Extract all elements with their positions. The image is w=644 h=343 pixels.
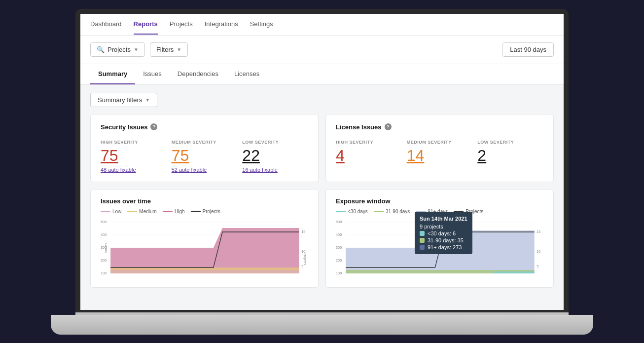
main-content: Summary filters ▼ Security Issues ? — [80, 85, 564, 310]
license-high-count[interactable]: 4 — [336, 147, 402, 165]
filter-bar: 🔍 Projects ▼ Filters ▼ Last 90 days — [80, 36, 564, 64]
svg-text:Projects: Projects — [303, 253, 307, 266]
license-medium: MEDIUM SEVERITY 14 — [407, 140, 473, 165]
tooltip-row-3190: 31-90 days: 35 — [420, 237, 467, 243]
svg-text:100: 100 — [101, 270, 107, 275]
exposure-window-card: Exposure window <30 days 31-90 days — [325, 189, 554, 288]
svg-text:5: 5 — [537, 264, 538, 268]
security-medium: MEDIUM SEVERITY 75 52 auto fixable — [172, 140, 238, 173]
svg-text:300: 300 — [336, 245, 342, 249]
svg-text:Issues: Issues — [104, 242, 107, 253]
tooltip-color-3190 — [420, 238, 425, 243]
security-high-count[interactable]: 75 — [101, 147, 167, 165]
exposure-window-title: Exposure window — [336, 197, 543, 205]
date-range-button[interactable]: Last 90 days — [502, 42, 554, 57]
projects-label: Projects — [107, 46, 131, 53]
exposure-tooltip: Sun 14th Mar 2021 9 projects <30 days: 6… — [415, 212, 472, 254]
license-low: LOW SEVERITY 2 — [477, 140, 543, 165]
security-low: LOW SEVERITY 22 16 auto fixable — [242, 140, 308, 173]
summary-filters-row: Summary filters ▼ — [90, 93, 554, 107]
svg-text:400: 400 — [336, 232, 342, 236]
tab-issues[interactable]: Issues — [135, 64, 170, 84]
nav-item-dashboard[interactable]: Dashboard — [90, 14, 122, 35]
issues-over-time-card: Issues over time Low Medium — [90, 189, 319, 288]
legend-low-color — [101, 211, 110, 212]
filters-dropdown[interactable]: Filters ▼ — [150, 42, 188, 57]
legend-30days-color — [336, 211, 346, 212]
filters-label: Filters — [156, 46, 174, 53]
license-low-count[interactable]: 2 — [477, 147, 543, 165]
svg-text:15: 15 — [537, 229, 540, 233]
license-issues-help-icon[interactable]: ? — [385, 123, 392, 130]
svg-text:500: 500 — [336, 219, 342, 224]
nav-item-integrations[interactable]: Integrations — [205, 14, 238, 35]
security-low-autofixable[interactable]: 16 auto fixable — [242, 167, 308, 173]
svg-text:10: 10 — [537, 249, 540, 253]
legend-high-color — [163, 211, 173, 212]
svg-text:500: 500 — [101, 219, 107, 224]
cards-grid: Security Issues ? HIGH SEVERITY 75 48 au… — [90, 114, 554, 288]
legend-projects-color — [191, 211, 201, 212]
search-icon: 🔍 — [97, 46, 105, 53]
tab-licenses[interactable]: Licenses — [226, 64, 267, 84]
legend-30days: <30 days — [336, 209, 368, 214]
security-issues-title: Security Issues ? — [101, 123, 308, 131]
nav-item-settings[interactable]: Settings — [250, 14, 273, 35]
chevron-down-icon: ▼ — [177, 47, 181, 52]
tabs-bar: Summary Issues Dependencies Licenses — [80, 64, 564, 85]
chevron-down-icon: ▼ — [134, 47, 139, 52]
license-medium-count[interactable]: 14 — [407, 147, 473, 165]
svg-text:15: 15 — [301, 229, 305, 233]
tooltip-color-30 — [420, 231, 425, 236]
legend-31-90days-color — [374, 211, 384, 212]
svg-marker-12 — [110, 270, 299, 273]
security-medium-count[interactable]: 75 — [172, 147, 238, 165]
legend-projects: Projects — [191, 209, 220, 214]
svg-marker-30 — [494, 271, 534, 273]
top-nav: Dashboard Reports Projects Integrations … — [80, 14, 564, 36]
security-issues-help-icon[interactable]: ? — [150, 123, 157, 130]
legend-low: Low — [101, 209, 121, 214]
svg-text:5: 5 — [301, 264, 303, 268]
chevron-down-icon: ▼ — [145, 97, 150, 103]
tab-summary[interactable]: Summary — [90, 64, 135, 84]
svg-text:200: 200 — [101, 258, 107, 262]
tooltip-color-91 — [420, 245, 425, 250]
security-severity-grid: HIGH SEVERITY 75 48 auto fixable MEDIUM … — [101, 140, 308, 173]
issues-over-time-title: Issues over time — [101, 197, 308, 205]
license-high: HIGH SEVERITY 4 — [336, 140, 402, 165]
nav-item-reports[interactable]: Reports — [134, 14, 158, 35]
summary-filters-button[interactable]: Summary filters ▼ — [90, 93, 157, 107]
tooltip-row-91: 91+ days: 273 — [420, 244, 467, 250]
svg-text:200: 200 — [336, 258, 342, 262]
security-medium-autofixable[interactable]: 52 auto fixable — [172, 167, 238, 173]
issues-legend: Low Medium High — [101, 209, 308, 214]
svg-text:100: 100 — [336, 270, 342, 275]
legend-medium-color — [127, 211, 137, 212]
legend-31-90days: 31-90 days — [374, 209, 410, 214]
security-high-autofixable[interactable]: 48 auto fixable — [101, 167, 167, 173]
security-issues-card: Security Issues ? HIGH SEVERITY 75 48 au… — [90, 114, 319, 182]
security-low-count[interactable]: 22 — [242, 147, 308, 165]
svg-text:400: 400 — [101, 232, 107, 236]
tooltip-projects: 9 projects — [420, 224, 467, 229]
security-high: HIGH SEVERITY 75 48 auto fixable — [101, 140, 167, 173]
legend-medium: Medium — [127, 209, 157, 214]
nav-item-projects[interactable]: Projects — [170, 14, 193, 35]
license-issues-card: License Issues ? HIGH SEVERITY 4 MEDIUM … — [325, 114, 554, 182]
legend-high: High — [163, 209, 185, 214]
tooltip-date: Sun 14th Mar 2021 — [420, 216, 467, 222]
projects-dropdown[interactable]: 🔍 Projects ▼ — [90, 42, 145, 57]
issues-over-time-chart: 500 400 300 200 100 — [101, 218, 308, 282]
license-severity-grid: HIGH SEVERITY 4 MEDIUM SEVERITY 14 LOW S… — [336, 140, 543, 165]
license-issues-title: License Issues ? — [336, 123, 543, 131]
summary-filters-label: Summary filters — [98, 96, 142, 104]
tooltip-row-30: <30 days: 6 — [420, 230, 467, 236]
tab-dependencies[interactable]: Dependencies — [170, 64, 226, 84]
